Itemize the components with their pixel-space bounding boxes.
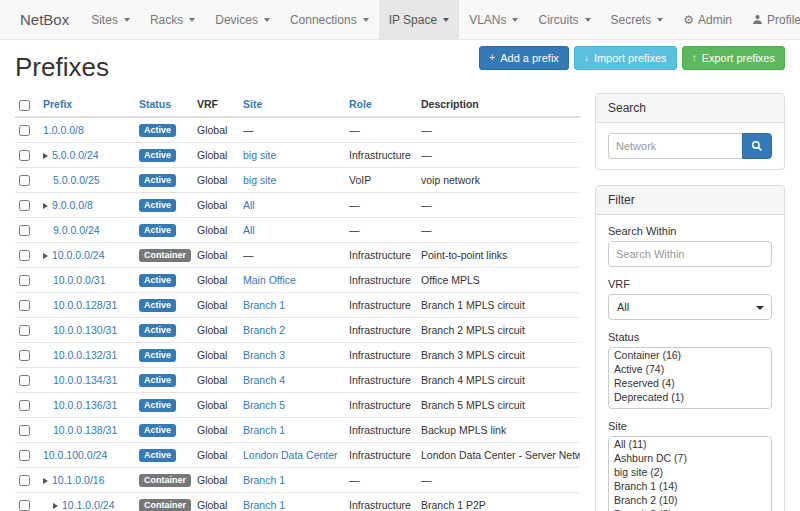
status-cell: Active: [135, 168, 193, 193]
nav-item-admin[interactable]: ⚙ Admin: [673, 0, 742, 39]
chevron-down-icon: [189, 18, 195, 22]
prefix-link[interactable]: 10.0.0.128/31: [53, 299, 117, 311]
site-link[interactable]: Main Office: [243, 274, 296, 286]
import-prefixes-button[interactable]: ↓ Import prefixes: [574, 46, 677, 70]
site-link[interactable]: Branch 2: [243, 324, 285, 336]
row-checkbox[interactable]: [19, 225, 30, 236]
column-header-role[interactable]: Role: [345, 93, 417, 117]
prefix-link[interactable]: 10.0.100.0/24: [43, 449, 107, 461]
row-checkbox[interactable]: [19, 400, 30, 411]
prefix-link[interactable]: 10.0.0.138/31: [53, 424, 117, 436]
prefix-link[interactable]: 10.1.0.0/16: [52, 474, 105, 486]
prefix-link[interactable]: 9.0.0.0/8: [52, 199, 93, 211]
nav-item-devices[interactable]: Devices: [205, 0, 280, 39]
site-cell: Branch 1: [239, 418, 345, 443]
search-input[interactable]: [608, 133, 742, 159]
site-link[interactable]: Branch 1: [243, 499, 285, 511]
column-header-prefix[interactable]: Prefix: [39, 93, 135, 117]
site-link[interactable]: big site: [243, 149, 276, 161]
row-checkbox[interactable]: [19, 375, 30, 386]
listbox-option[interactable]: Branch 2 (10): [609, 493, 771, 507]
table-header-row: PrefixStatusVRFSiteRoleDescription: [15, 93, 580, 117]
listbox-option[interactable]: Deprecated (1): [609, 390, 771, 404]
row-checkbox[interactable]: [19, 125, 30, 136]
nav-item-profile[interactable]: Profile: [742, 0, 800, 39]
status-cell: Active: [135, 368, 193, 393]
site-link[interactable]: All: [243, 224, 255, 236]
row-checkbox[interactable]: [19, 350, 30, 361]
navbar-menu: SitesRacksDevicesConnectionsIP SpaceVLAN…: [81, 0, 673, 39]
listbox-option[interactable]: All (11): [609, 437, 771, 451]
row-checkbox[interactable]: [19, 150, 30, 161]
select-all-checkbox[interactable]: [19, 100, 30, 111]
listbox-option[interactable]: Branch 3 (6): [609, 507, 771, 511]
search-icon: [751, 140, 763, 152]
row-checkbox[interactable]: [19, 325, 30, 336]
nav-item-sites[interactable]: Sites: [81, 0, 140, 39]
site-link[interactable]: Branch 5: [243, 399, 285, 411]
description-cell: —: [417, 193, 580, 218]
status-label: Status: [608, 331, 772, 343]
prefix-link[interactable]: 10.0.0.130/31: [53, 324, 117, 336]
row-checkbox[interactable]: [19, 475, 30, 486]
site-link[interactable]: Branch 3: [243, 349, 285, 361]
listbox-option[interactable]: Ashburn DC (7): [609, 451, 771, 465]
site-link[interactable]: Branch 1: [243, 474, 285, 486]
prefix-cell: 10.0.0.134/31: [39, 368, 135, 393]
nav-item-connections[interactable]: Connections: [280, 0, 379, 39]
row-checkbox-cell: [15, 343, 39, 368]
prefix-link[interactable]: 5.0.0.0/24: [52, 149, 99, 161]
vrf-select[interactable]: All: [608, 294, 772, 320]
prefix-link[interactable]: 10.0.0.136/31: [53, 399, 117, 411]
row-checkbox[interactable]: [19, 300, 30, 311]
nav-item-ip-space[interactable]: IP Space: [379, 0, 459, 39]
row-checkbox[interactable]: [19, 250, 30, 261]
row-checkbox-cell: [15, 443, 39, 468]
search-button[interactable]: [742, 133, 772, 159]
prefix-link[interactable]: 9.0.0.0/24: [53, 224, 100, 236]
prefix-link[interactable]: 10.0.0.0/24: [52, 249, 105, 261]
prefix-link[interactable]: 10.0.0.134/31: [53, 374, 117, 386]
prefix-link[interactable]: 1.0.0.0/8: [43, 124, 84, 136]
site-link[interactable]: Branch 1: [243, 424, 285, 436]
app-brand[interactable]: NetBox: [8, 0, 81, 39]
row-checkbox[interactable]: [19, 275, 30, 286]
row-checkbox-cell: [15, 268, 39, 293]
nav-item-circuits[interactable]: Circuits: [528, 0, 600, 39]
search-within-input[interactable]: [608, 241, 772, 267]
site-link[interactable]: London Data Center: [243, 449, 338, 461]
nav-item-racks[interactable]: Racks: [140, 0, 205, 39]
nav-item-vlans[interactable]: VLANs: [459, 0, 528, 39]
row-checkbox[interactable]: [19, 175, 30, 186]
prefix-cell: 5.0.0.0/24: [39, 143, 135, 168]
listbox-option[interactable]: Branch 1 (14): [609, 479, 771, 493]
site-listbox[interactable]: All (11)Ashburn DC (7)big site (2)Branch…: [608, 436, 772, 511]
table-row: 10.0.100.0/24ActiveGlobalLondon Data Cen…: [15, 443, 580, 468]
row-checkbox[interactable]: [19, 450, 30, 461]
listbox-option[interactable]: Active (74): [609, 362, 771, 376]
row-checkbox[interactable]: [19, 500, 30, 511]
listbox-option[interactable]: Container (16): [609, 348, 771, 362]
status-listbox[interactable]: Container (16)Active (74)Reserved (4)Dep…: [608, 347, 772, 409]
expand-arrow-icon: [43, 153, 48, 159]
site-link[interactable]: All: [243, 199, 255, 211]
prefix-link[interactable]: 10.1.0.0/24: [62, 499, 115, 511]
site-link[interactable]: big site: [243, 174, 276, 186]
listbox-option[interactable]: Reserved (4): [609, 376, 771, 390]
column-header-site[interactable]: Site: [239, 93, 345, 117]
filter-panel-title: Filter: [596, 186, 784, 215]
nav-item-secrets[interactable]: Secrets: [601, 0, 674, 39]
row-checkbox[interactable]: [19, 425, 30, 436]
column-header-status[interactable]: Status: [135, 93, 193, 117]
prefix-link[interactable]: 10.0.0.132/31: [53, 349, 117, 361]
prefix-link[interactable]: 5.0.0.0/25: [53, 174, 100, 186]
row-checkbox[interactable]: [19, 200, 30, 211]
listbox-option[interactable]: big site (2): [609, 465, 771, 479]
prefix-link[interactable]: 10.0.0.0/31: [53, 274, 106, 286]
export-prefixes-button[interactable]: ↑ Export prefixes: [682, 46, 785, 70]
site-link[interactable]: Branch 1: [243, 299, 285, 311]
prefix-cell: 9.0.0.0/24: [39, 218, 135, 243]
nav-item-label: Profile: [767, 13, 800, 27]
add-prefix-button[interactable]: + Add a prefix: [479, 46, 569, 70]
site-link[interactable]: Branch 4: [243, 374, 285, 386]
